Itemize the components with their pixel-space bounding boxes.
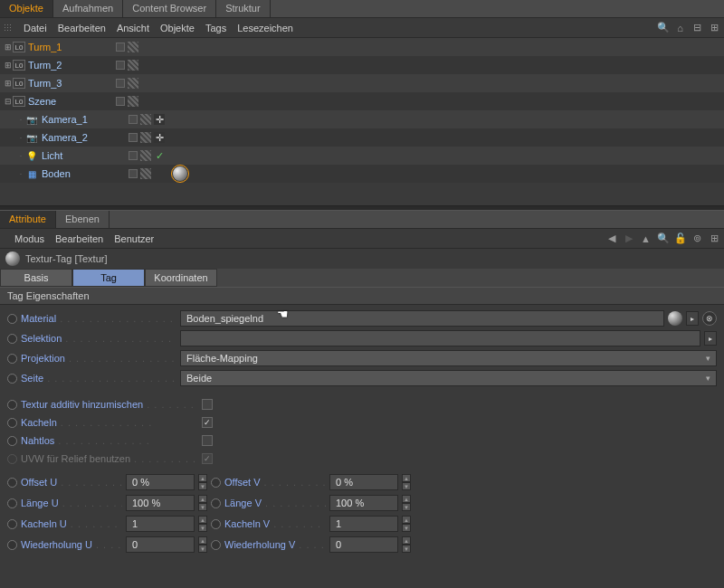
field-wieder-u[interactable]: 0 [126,536,195,553]
render-toggle[interactable] [140,168,151,179]
tree-row-licht[interactable]: · 💡 Licht ✓ [0,147,724,165]
menu-modus[interactable]: Modus [14,233,44,244]
menu-objekte[interactable]: Objekte [160,23,195,33]
anim-radio[interactable] [211,478,221,488]
expander-icon[interactable]: ⊞ [4,61,13,70]
anim-radio[interactable] [211,519,221,529]
material-tag[interactable] [173,166,187,181]
spinner-offset-u[interactable]: ▲▼ [198,474,207,490]
spinner-kacheln-v[interactable]: ▲▼ [402,516,411,532]
tree-row-turm2[interactable]: ⊞ L0 Turm_2 [0,56,724,74]
menu-bearbeiten[interactable]: Bearbeiten [55,233,103,244]
menu-ansicht[interactable]: Ansicht [117,23,149,33]
anim-radio[interactable] [7,540,17,550]
menu-datei[interactable]: Datei [24,23,47,33]
tree-label[interactable]: Kamera_1 [42,114,88,125]
expander-icon[interactable]: ⊞ [4,79,13,88]
selektion-picker-button[interactable]: ▸ [704,331,717,346]
material-preview-icon[interactable] [668,311,682,326]
expand-icon[interactable]: ⊞ [709,22,720,33]
anim-radio[interactable] [7,400,17,410]
nav-up-icon[interactable]: ▲ [640,232,652,244]
subtab-tag[interactable]: Tag [72,269,145,287]
menu-lesezeichen[interactable]: Lesezeichen [237,23,293,33]
tab-aufnahmen[interactable]: Aufnahmen [53,0,123,17]
tree-row-szene[interactable]: ⊟ L0 Szene [0,92,724,110]
anim-radio[interactable] [7,478,17,488]
visibility-toggle[interactable] [116,43,125,52]
anim-radio[interactable] [7,314,17,324]
tree-label[interactable]: Szene [28,96,56,107]
render-toggle[interactable] [128,78,138,89]
link-icon[interactable]: ⊚ [691,232,703,244]
tree-label[interactable]: Turm_2 [28,60,62,71]
field-wieder-v[interactable]: 0 [329,536,398,553]
search-icon[interactable]: 🔍 [657,232,669,244]
spinner-offset-v[interactable]: ▲▼ [402,474,411,490]
tab-struktur[interactable]: Struktur [216,0,271,17]
anim-radio[interactable] [211,540,221,550]
tree-row-turm1[interactable]: ⊞ L0 Turm_1 [0,38,724,56]
tree-label[interactable]: Turm_1 [28,42,62,52]
anim-radio[interactable] [211,498,221,508]
menu-tags[interactable]: Tags [205,23,226,33]
tab-attribute[interactable]: Attribute [0,211,56,228]
render-toggle[interactable] [128,60,138,71]
visibility-toggle[interactable] [116,79,125,88]
grip-icon[interactable] [4,24,13,33]
nav-back-icon[interactable]: ◀ [605,232,617,244]
field-offset-v[interactable]: 0 % [329,474,398,490]
visibility-toggle[interactable] [129,133,138,142]
collapse-icon[interactable]: ⊟ [691,22,703,33]
anim-radio[interactable] [7,334,17,344]
anim-radio[interactable] [7,354,17,364]
render-toggle[interactable] [140,114,151,125]
search-icon[interactable]: 🔍 [657,22,669,33]
crosshair-tag[interactable]: ✛ [154,132,165,143]
field-laenge-v[interactable]: 100 % [329,495,398,511]
field-kacheln-v[interactable]: 1 [329,516,398,532]
spinner-laenge-v[interactable]: ▲▼ [402,495,411,511]
selektion-field[interactable] [180,330,700,346]
render-toggle[interactable] [128,96,138,107]
field-offset-u[interactable]: 0 % [126,474,195,490]
anim-radio[interactable] [7,374,17,384]
new-icon[interactable]: ⊞ [709,232,720,244]
layer-badge[interactable]: L0 [13,78,25,89]
menu-bearbeiten[interactable]: Bearbeiten [58,23,106,33]
lock-icon[interactable]: 🔓 [674,232,686,244]
expander-icon[interactable]: ⊞ [4,43,13,52]
tree-row-kamera2[interactable]: · 📷 Kamera_2 ✛ [0,128,724,147]
checkbox-additiv[interactable] [202,399,213,410]
subtab-basis[interactable]: Basis [0,269,72,287]
render-toggle[interactable] [128,42,138,52]
tree-label[interactable]: Licht [42,150,62,161]
tab-objekte[interactable]: Objekte [0,0,53,17]
layer-badge[interactable]: L0 [13,96,25,107]
tab-content-browser[interactable]: Content Browser [123,0,216,17]
visibility-toggle[interactable] [116,61,125,70]
menu-benutzer[interactable]: Benutzer [114,233,154,244]
checkbox-kacheln[interactable]: ✓ [202,417,213,428]
tree-label[interactable]: Kamera_2 [42,132,88,143]
field-laenge-u[interactable]: 100 % [126,495,195,511]
anim-radio[interactable] [7,519,17,529]
tree-row-turm3[interactable]: ⊞ L0 Turm_3 [0,74,724,92]
spinner-laenge-u[interactable]: ▲▼ [198,495,207,511]
layer-badge[interactable]: L0 [13,60,25,71]
expander-icon[interactable]: ⊟ [4,97,13,106]
visibility-toggle[interactable] [116,97,125,106]
visibility-toggle[interactable] [129,169,138,178]
anim-radio[interactable] [7,418,17,428]
crosshair-tag[interactable]: ✛ [154,114,165,125]
seite-dropdown[interactable]: Beide [180,370,717,386]
subtab-koordinaten[interactable]: Koordinaten [145,269,217,287]
render-toggle[interactable] [140,150,151,161]
tree-row-kamera1[interactable]: · 📷 Kamera_1 ✛ [0,110,724,128]
visibility-toggle[interactable] [129,151,138,160]
tree-row-boden[interactable]: · ▦ Boden [0,165,724,183]
anim-radio[interactable] [7,454,17,464]
anim-radio[interactable] [7,436,17,446]
tree-label[interactable]: Boden [42,168,71,179]
layer-badge[interactable]: L0 [13,42,25,52]
